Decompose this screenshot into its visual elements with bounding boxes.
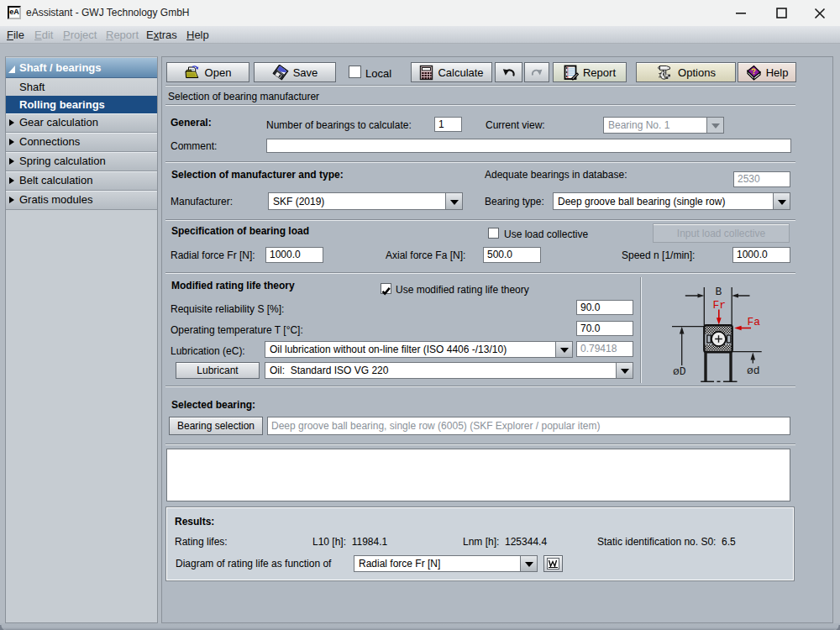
svg-text:ød: ød	[747, 365, 760, 377]
svg-text:B: B	[716, 286, 722, 298]
svg-text:Fr: Fr	[713, 299, 727, 312]
svg-text:øD: øD	[673, 365, 686, 378]
svg-text:Fa: Fa	[748, 316, 761, 328]
